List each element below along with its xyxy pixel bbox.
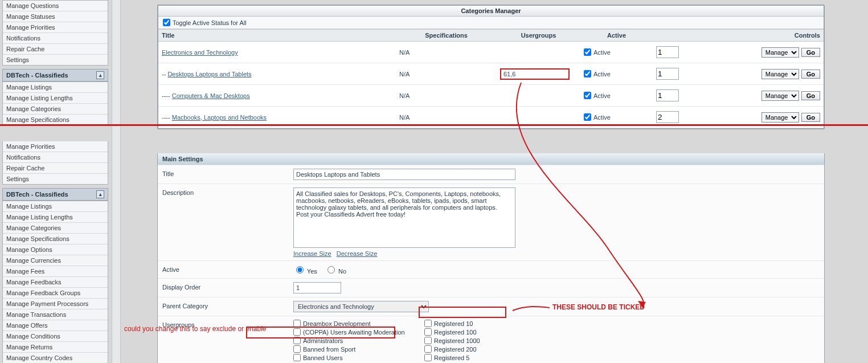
sidebar-section-header[interactable]: DBTech - Classifieds ▴ xyxy=(2,69,108,81)
go-button[interactable]: Go xyxy=(801,70,820,79)
spec-cell: N/A xyxy=(396,63,497,85)
sidebar-item[interactable]: Manage Listings xyxy=(3,82,108,93)
description-label: Description xyxy=(162,187,293,196)
usergroup-checkbox[interactable]: Dreambox Development xyxy=(293,320,420,327)
sidebar-item[interactable]: Manage Categories xyxy=(3,104,108,115)
usergroup-cell xyxy=(497,42,580,63)
display-order-label: Display Order xyxy=(162,282,293,291)
active-label: Active xyxy=(162,264,293,273)
annotation-divider xyxy=(0,124,868,126)
usergroup-checkbox[interactable]: Registered 200 xyxy=(424,345,480,353)
sidebar-item[interactable]: Manage Fees xyxy=(3,266,108,277)
sidebar-item[interactable]: Manage Listing Lengths xyxy=(3,93,108,104)
usergroup-cell: 61,6 xyxy=(497,63,580,85)
collapse-icon[interactable]: ▴ xyxy=(96,71,104,79)
spec-cell: N/A xyxy=(396,42,497,63)
col-spec: Specifications xyxy=(396,30,497,42)
go-button[interactable]: Go xyxy=(801,113,820,122)
usergroups-label: Usergroups xyxy=(162,320,293,328)
category-link[interactable]: Computers & Mac Desktops xyxy=(172,92,250,99)
usergroup-cell xyxy=(497,85,580,107)
active-checkbox[interactable] xyxy=(584,92,591,99)
usergroup-checkbox[interactable]: (COPPA) Users Awaiting Moderation xyxy=(293,328,420,336)
usergroup-checkbox[interactable]: Registered 5 xyxy=(424,354,480,361)
usergroup-checkbox[interactable]: Registered 10 xyxy=(424,320,480,327)
sidebar-item[interactable]: Manage Feedbacks xyxy=(3,277,108,288)
col-title: Title xyxy=(158,30,396,42)
sidebar-item[interactable]: Manage Categories xyxy=(3,223,108,234)
sidebar-item[interactable]: Manage Specifications xyxy=(3,115,108,125)
display-order-input[interactable] xyxy=(293,282,341,293)
description-textarea[interactable] xyxy=(293,187,515,248)
manage-select[interactable]: Manage xyxy=(761,91,799,101)
sidebar-header-label: DBTech - Classifieds xyxy=(6,72,68,79)
active-no-radio[interactable]: No xyxy=(325,268,346,275)
category-link[interactable]: Macbooks, Laptops and Netbooks xyxy=(172,114,267,121)
sidebar-item[interactable]: Manage Priorities xyxy=(3,141,108,152)
sidebar-header-label: DBTech - Classifieds xyxy=(6,191,68,198)
sidebar-item[interactable]: Manage Returns xyxy=(3,342,108,353)
sidebar-section-header[interactable]: DBTech - Classifieds ▴ xyxy=(2,188,108,201)
active-label: Active xyxy=(593,114,611,121)
order-input[interactable] xyxy=(656,46,679,58)
sidebar-item[interactable]: Manage Conditions xyxy=(3,331,108,342)
sidebar-item[interactable]: Manage Feedback Groups xyxy=(3,288,108,299)
manage-select[interactable]: Manage xyxy=(761,69,799,79)
increase-size-link[interactable]: Increase Size xyxy=(293,250,331,257)
toggle-all-label: Toggle Active Status for All xyxy=(173,19,247,26)
manage-select[interactable]: Manage xyxy=(761,47,799,58)
category-row: ---- Computers & Mac DesktopsN/A ActiveM… xyxy=(158,85,824,107)
sidebar-item[interactable]: Settings xyxy=(3,174,108,184)
sidebar-item[interactable]: Manage Offers xyxy=(3,320,108,331)
collapse-icon[interactable]: ▴ xyxy=(96,190,104,198)
decrease-size-link[interactable]: Decrease Size xyxy=(337,250,378,257)
sidebar-item[interactable]: Manage Payment Processors xyxy=(3,299,108,309)
go-button[interactable]: Go xyxy=(801,48,820,57)
category-row: -- Desktops Laptops and TabletsN/A61,6 A… xyxy=(158,63,824,85)
usergroup-checkbox[interactable]: Banned Users xyxy=(293,354,420,361)
active-label: Active xyxy=(593,92,611,99)
order-input[interactable] xyxy=(656,89,679,101)
order-input[interactable] xyxy=(656,111,679,123)
parent-category-select[interactable]: Electronics and Technology xyxy=(293,301,429,312)
active-checkbox[interactable] xyxy=(584,48,591,56)
category-link[interactable]: Desktops Laptops and Tablets xyxy=(167,71,251,78)
order-input[interactable] xyxy=(656,68,679,80)
sidebar-item[interactable]: Manage Currencies xyxy=(3,255,108,266)
category-row: Electronics and TechnologyN/A ActiveMana… xyxy=(158,42,824,63)
sidebar-item[interactable]: Manage Questions xyxy=(3,1,108,11)
title-input[interactable] xyxy=(293,169,515,180)
active-label: Active xyxy=(593,49,611,56)
col-usergroups: Usergroups xyxy=(497,30,580,42)
col-active: Active xyxy=(580,30,653,42)
manage-select[interactable]: Manage xyxy=(761,112,799,123)
toggle-all-checkbox[interactable] xyxy=(163,19,170,26)
sidebar-item[interactable]: Manage Specifications xyxy=(3,234,108,244)
scrollbar-track[interactable] xyxy=(112,0,121,363)
title-label: Title xyxy=(162,169,293,177)
active-label: Active xyxy=(593,71,611,78)
active-checkbox[interactable] xyxy=(584,70,591,78)
sidebar-item[interactable]: Manage Listings xyxy=(3,201,108,212)
sidebar-item[interactable]: Manage Options xyxy=(3,244,108,255)
active-checkbox[interactable] xyxy=(584,113,591,121)
sidebar-item[interactable]: Notifications xyxy=(3,33,108,44)
usergroup-checkbox[interactable]: Registered 1000 xyxy=(424,337,480,344)
sidebar-item[interactable]: Repair Cache xyxy=(3,44,108,55)
active-yes-radio[interactable]: Yes xyxy=(293,268,317,275)
sidebar-item[interactable]: Manage Listing Lengths xyxy=(3,212,108,223)
category-link[interactable]: Electronics and Technology xyxy=(162,49,238,56)
panel-title: Categories Manager xyxy=(158,6,824,17)
usergroup-highlight: 61,6 xyxy=(500,68,570,80)
sidebar-item[interactable]: Manage Country Codes xyxy=(3,353,108,363)
sidebar-item[interactable]: Manage Priorities xyxy=(3,22,108,33)
sidebar-item[interactable]: Notifications xyxy=(3,152,108,163)
go-button[interactable]: Go xyxy=(801,91,820,100)
sidebar-item[interactable]: Settings xyxy=(3,55,108,65)
sidebar-item[interactable]: Manage Transactions xyxy=(3,309,108,320)
usergroup-checkbox[interactable]: Administrators xyxy=(293,337,420,344)
sidebar-item[interactable]: Repair Cache xyxy=(3,163,108,174)
usergroup-checkbox[interactable]: Banned from Sport xyxy=(293,345,420,353)
sidebar-item[interactable]: Manage Statuses xyxy=(3,11,108,22)
usergroup-checkbox[interactable]: Registered 100 xyxy=(424,328,480,336)
